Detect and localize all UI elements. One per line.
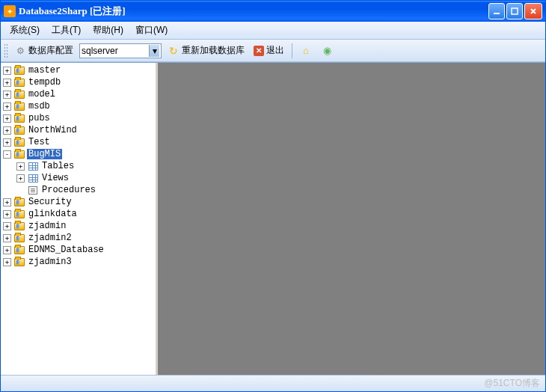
expander-icon[interactable]: - [3, 150, 11, 159]
tree-node-views[interactable]: +Views [1, 172, 156, 184]
titlebar[interactable]: ✦ Database2Sharp [已注册] [1, 1, 545, 22]
exit-button[interactable]: ✕ 退出 [251, 43, 287, 58]
menu-system[interactable]: 系统(S) [5, 22, 44, 38]
expander-icon[interactable]: + [3, 234, 11, 242]
tree-node-procedures[interactable]: Procedures [1, 184, 156, 196]
procedure-icon [27, 185, 39, 195]
tree-node-bugmis[interactable]: -BugMIS [1, 148, 156, 160]
database-folder-icon [13, 137, 25, 147]
tree-node-ednms_database[interactable]: +EDNMS_Database [1, 244, 156, 256]
tree-node-label[interactable]: Procedures [40, 185, 97, 195]
tree-node-tables[interactable]: +Tables [1, 160, 156, 172]
tree-node-label[interactable]: model [27, 89, 57, 99]
mdi-area [158, 63, 545, 375]
web-button[interactable]: ◉ [318, 43, 336, 58]
toolbar-separator [292, 43, 292, 58]
expander-icon[interactable]: + [3, 67, 11, 75]
expander-icon[interactable]: + [3, 138, 11, 147]
tree-node-msdb[interactable]: +msdb [1, 100, 156, 112]
tree-node-label[interactable]: glinkdata [27, 209, 79, 219]
tree-node-zjadmin2[interactable]: +zjadmin2 [1, 232, 156, 244]
expander-icon[interactable]: + [3, 222, 11, 230]
toolbar-grip[interactable] [4, 43, 8, 58]
tree-node-security[interactable]: +Security [1, 196, 156, 208]
home-button[interactable]: ⌂ [297, 43, 315, 58]
reload-button[interactable]: ↻ 重新加载数据库 [165, 43, 248, 58]
tree-node-label[interactable]: Security [27, 197, 73, 207]
expander-icon[interactable]: + [3, 126, 11, 135]
tree-node-label[interactable]: NorthWind [27, 125, 79, 135]
app-window: ✦ Database2Sharp [已注册] 系统(S) 工具(T) 帮助(H)… [0, 0, 546, 392]
database-folder-icon [13, 149, 25, 159]
tree-node-test[interactable]: +Test [1, 136, 156, 148]
database-folder-icon [13, 77, 25, 88]
menubar: 系统(S) 工具(T) 帮助(H) 窗口(W) [1, 22, 545, 40]
tree-node-zjadmin3[interactable]: +zjadmin3 [1, 256, 156, 268]
menu-window[interactable]: 窗口(W) [131, 22, 172, 38]
database-folder-icon [13, 65, 25, 76]
db-type-input[interactable] [82, 46, 149, 56]
refresh-icon: ↻ [168, 45, 180, 57]
tree-node-zjadmin[interactable]: +zjadmin [1, 220, 156, 232]
expander-icon[interactable]: + [3, 114, 11, 123]
database-folder-icon [13, 89, 25, 99]
exit-label: 退出 [266, 44, 284, 57]
table-icon [27, 161, 39, 171]
svg-rect-1 [512, 8, 518, 14]
expander-icon[interactable]: + [16, 174, 25, 183]
db-config-button[interactable]: ⚙ 数据库配置 [11, 43, 76, 58]
expander-icon[interactable]: + [3, 258, 11, 266]
expander-icon[interactable]: + [3, 79, 11, 87]
tree-node-master[interactable]: +master [1, 64, 156, 76]
gear-icon: ⚙ [14, 45, 26, 57]
expander-icon[interactable]: + [16, 162, 25, 171]
tree-node-label[interactable]: zjadmin2 [27, 233, 73, 243]
expander-icon[interactable]: + [3, 102, 11, 111]
statusbar [1, 375, 545, 391]
database-tree: +master+tempdb+model+msdb+pubs+NorthWind… [1, 63, 156, 269]
tree-node-northwind[interactable]: +NorthWind [1, 124, 156, 136]
tree-node-glinkdata[interactable]: +glinkdata [1, 208, 156, 220]
database-folder-icon [13, 245, 25, 255]
tree-node-label[interactable]: pubs [27, 113, 52, 123]
app-icon: ✦ [4, 5, 16, 17]
close-icon: ✕ [254, 46, 264, 56]
close-button[interactable] [524, 3, 542, 19]
database-folder-icon [13, 209, 25, 219]
tree-node-label[interactable]: master [27, 65, 62, 76]
database-folder-icon [13, 197, 25, 207]
db-type-dropdown[interactable]: ▾ [79, 43, 162, 58]
toolbar: ⚙ 数据库配置 ▾ ↻ 重新加载数据库 ✕ 退出 ⌂ ◉ [1, 40, 545, 62]
tree-node-label[interactable]: zjadmin3 [27, 257, 73, 267]
tree-sidebar[interactable]: +master+tempdb+model+msdb+pubs+NorthWind… [1, 63, 158, 375]
expander-icon[interactable]: + [3, 91, 11, 99]
tree-node-label[interactable]: Tables [40, 161, 76, 171]
database-folder-icon [13, 257, 25, 267]
tree-node-tempdb[interactable]: +tempdb [1, 76, 156, 88]
menu-help[interactable]: 帮助(H) [88, 22, 128, 38]
minimize-button[interactable] [488, 3, 505, 19]
tree-node-pubs[interactable]: +pubs [1, 112, 156, 124]
expander-icon[interactable]: + [3, 210, 11, 218]
window-title: Database2Sharp [已注册] [19, 4, 488, 18]
svg-rect-0 [494, 13, 500, 14]
menu-tools[interactable]: 工具(T) [47, 22, 85, 38]
tree-node-model[interactable]: +model [1, 88, 156, 100]
database-folder-icon [13, 125, 25, 135]
tree-node-label[interactable]: Test [27, 137, 52, 147]
expander-icon[interactable]: + [3, 246, 11, 254]
maximize-button[interactable] [506, 3, 523, 19]
tree-node-label[interactable]: tempdb [27, 77, 62, 88]
tree-node-label[interactable]: EDNMS_Database [27, 245, 105, 255]
db-config-label: 数据库配置 [28, 44, 73, 57]
tree-node-label[interactable]: Views [40, 173, 70, 183]
expander-icon[interactable]: + [3, 198, 11, 206]
database-folder-icon [13, 113, 25, 123]
tree-node-label[interactable]: msdb [27, 101, 52, 111]
table-icon [27, 173, 39, 183]
dropdown-arrow-icon[interactable]: ▾ [149, 45, 159, 57]
tree-node-label[interactable]: BugMIS [27, 149, 62, 159]
database-folder-icon [13, 233, 25, 243]
database-folder-icon [13, 221, 25, 231]
tree-node-label[interactable]: zjadmin [27, 221, 67, 231]
